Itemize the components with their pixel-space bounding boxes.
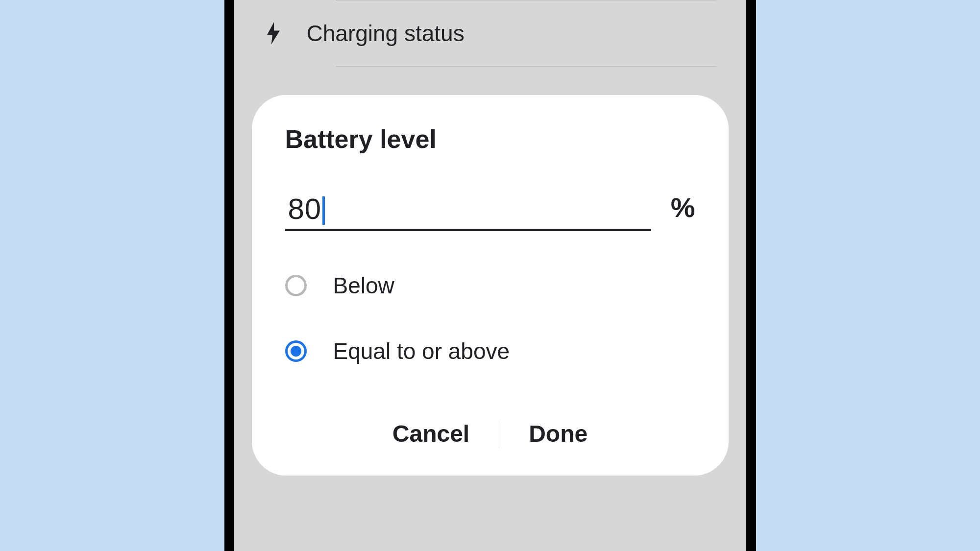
percent-symbol: % — [671, 192, 695, 231]
list-divider — [336, 66, 717, 67]
radio-icon — [285, 275, 307, 296]
done-button[interactable]: Done — [499, 413, 617, 454]
text-caret — [322, 196, 325, 225]
screen-background: Charging status Battery level 80 % Below… — [234, 0, 746, 551]
percent-input-row: 80 % — [285, 192, 695, 231]
radio-icon — [285, 340, 307, 362]
percent-input-value: 80 — [288, 192, 322, 225]
dialog-button-row: Cancel Done — [285, 413, 695, 454]
radio-option-equal-or-above[interactable]: Equal to or above — [285, 323, 695, 379]
percent-input[interactable]: 80 — [285, 192, 651, 231]
charging-status-row[interactable]: Charging status — [264, 0, 717, 66]
cancel-button[interactable]: Cancel — [363, 413, 499, 454]
radio-option-below[interactable]: Below — [285, 258, 695, 313]
background-settings-list: Charging status — [234, 0, 746, 67]
radio-label-below: Below — [333, 272, 394, 299]
dialog-title: Battery level — [285, 125, 695, 153]
lightning-icon — [264, 22, 283, 45]
charging-status-label: Charging status — [307, 20, 465, 47]
device-frame: Charging status Battery level 80 % Below… — [224, 0, 756, 551]
battery-level-dialog: Battery level 80 % Below Equal to or abo… — [252, 95, 729, 476]
radio-label-equal-or-above: Equal to or above — [333, 338, 510, 364]
